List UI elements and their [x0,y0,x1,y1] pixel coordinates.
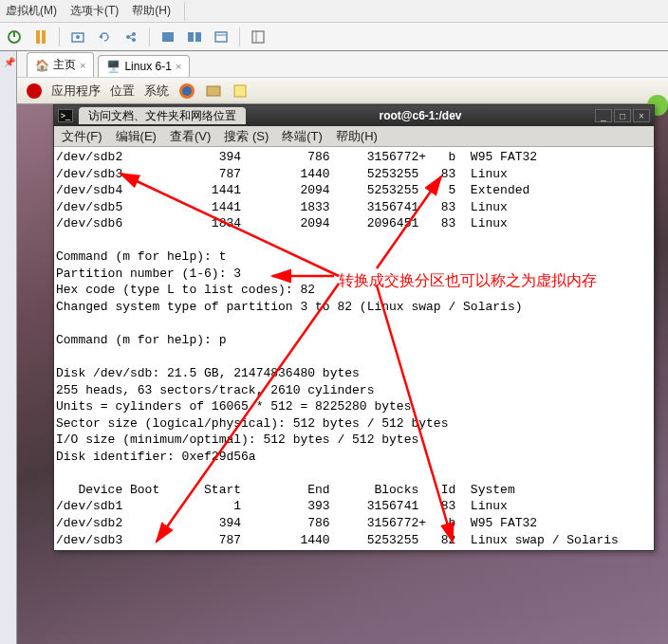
close-button[interactable]: × [633,109,650,122]
menu-places[interactable]: 位置 [110,83,135,100]
vm-tabs: 🏠 主页 × 🖥️ Linux 6-1 × [17,51,668,78]
fullscreen-button[interactable] [159,28,176,46]
separator [239,28,240,46]
tab-home[interactable]: 🏠 主页 × [27,52,94,77]
menu-help[interactable]: 帮助(H) [132,3,171,19]
sidebar-collapsed[interactable]: 📌 [0,51,17,644]
console-view-button[interactable] [213,28,230,46]
tab-linux[interactable]: 🖥️ Linux 6-1 × [98,55,190,77]
vm-icon: 🖥️ [106,60,121,73]
redhat-logo-icon[interactable] [27,83,42,99]
svg-rect-20 [234,85,246,97]
menu-tabs[interactable]: 选项卡(T) [70,3,119,19]
separator [184,2,185,21]
svg-point-3 [76,35,80,39]
menu-applications[interactable]: 应用程序 [51,83,101,100]
notes-icon[interactable] [232,83,249,100]
menu-help[interactable]: 帮助(H) [336,128,378,145]
window-buttons: _ □ × [595,109,650,122]
close-icon[interactable]: × [176,61,181,72]
window-title: root@c6-1:/dev [246,109,595,122]
tab-label: Linux 6-1 [124,60,171,73]
minimize-button[interactable]: _ [595,109,612,122]
pause-button[interactable] [32,28,49,46]
svg-rect-13 [215,32,227,42]
tab-label: 主页 [53,57,76,73]
terminal-output[interactable]: /dev/sdb2 394 786 3156772+ b W95 FAT32 /… [54,147,654,550]
snapshot-manage-button[interactable] [122,28,139,46]
terminal-window: >_ 访问文档、文件夹和网络位置 root@c6-1:/dev _ □ × 文件… [53,104,655,551]
snapshot-revert-button[interactable] [96,28,113,46]
terminal-titlebar[interactable]: >_ 访问文档、文件夹和网络位置 root@c6-1:/dev _ □ × [54,105,654,126]
unity-button[interactable] [186,28,203,46]
gnome-panel: 应用程序 位置 系统 [17,78,668,104]
svg-point-18 [182,86,192,96]
menu-system[interactable]: 系统 [144,83,169,100]
menu-view[interactable]: 查看(V) [170,128,211,145]
vm-desktop: 应用程序 位置 系统 >_ 访问文档、文件夹和网络位置 root@c6-1:/d… [17,78,668,644]
menu-file[interactable]: 文件(F) [62,128,102,145]
svg-rect-10 [162,32,174,42]
menu-edit[interactable]: 编辑(E) [116,128,157,145]
terminal-icon: >_ [58,109,73,122]
close-icon[interactable]: × [80,60,85,71]
firefox-icon[interactable] [178,83,195,100]
svg-rect-12 [195,32,201,42]
svg-rect-11 [188,32,194,42]
mail-icon[interactable] [205,83,222,100]
svg-rect-15 [252,31,264,43]
separator [149,28,150,46]
vm-workspace: 🏠 主页 × 🖥️ Linux 6-1 × 应用程序 位置 系统 >_ 访问文档… [17,51,668,644]
home-icon: 🏠 [35,59,49,72]
library-button[interactable] [250,28,267,46]
annotation-text: 转换成交换分区也可以称之为虚拟内存 [339,271,597,291]
titlebar-tab: 访问文档、文件夹和网络位置 [79,107,246,124]
snapshot-button[interactable] [69,28,86,46]
menu-search[interactable]: 搜索 (S) [224,128,269,145]
app-menubar: 虚拟机(M) 选项卡(T) 帮助(H) [0,0,668,23]
app-toolbar [0,23,668,51]
svg-rect-19 [207,86,220,96]
power-button[interactable] [6,28,23,46]
menu-vm[interactable]: 虚拟机(M) [6,3,57,19]
pin-icon[interactable]: 📌 [4,57,13,66]
terminal-menubar: 文件(F) 编辑(E) 查看(V) 搜索 (S) 终端(T) 帮助(H) [54,126,654,147]
menu-terminal[interactable]: 终端(T) [282,128,323,145]
maximize-button[interactable]: □ [614,109,631,122]
separator [59,28,60,46]
